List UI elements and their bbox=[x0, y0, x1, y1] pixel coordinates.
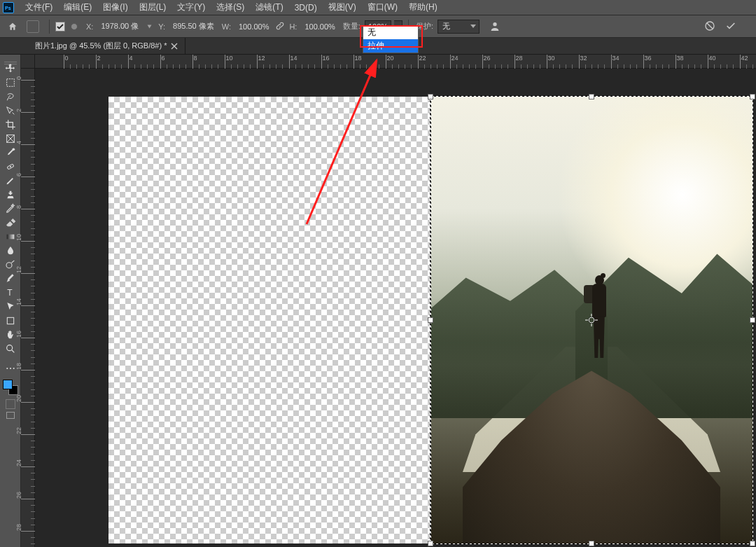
canvas-area: 0246810121416182022242628303234363840424… bbox=[21, 55, 756, 547]
home-icon[interactable] bbox=[6, 20, 20, 34]
protect-selected: 无 bbox=[442, 21, 450, 32]
svg-text:Ps: Ps bbox=[5, 6, 11, 11]
x-label: X: bbox=[86, 22, 93, 31]
menu-image[interactable]: 图像(I) bbox=[97, 1, 133, 13]
selection-edge bbox=[430, 97, 431, 543]
menu-select[interactable]: 选择(S) bbox=[211, 1, 250, 13]
w-label: W: bbox=[222, 22, 231, 31]
protect-dropdown[interactable]: 无 bbox=[438, 20, 479, 34]
menu-window[interactable]: 窗口(W) bbox=[362, 1, 403, 13]
foreground-color-swatch[interactable] bbox=[3, 380, 13, 389]
ruler-origin[interactable] bbox=[21, 55, 35, 69]
eraser-tool-icon[interactable] bbox=[1, 216, 20, 230]
reference-point-checkbox[interactable] bbox=[55, 22, 65, 32]
toolbox-grip-icon[interactable] bbox=[4, 56, 17, 60]
svg-point-1 bbox=[493, 22, 496, 26]
ruler-horizontal[interactable]: 0246810121416182022242628303234363840424… bbox=[35, 55, 756, 69]
menu-bar: Ps 文件(F) 编辑(E) 图像(I) 图层(L) 文字(Y) 选择(S) 滤… bbox=[0, 0, 756, 15]
y-label: Y: bbox=[158, 22, 165, 31]
pen-tool-icon[interactable] bbox=[1, 272, 20, 286]
menu-view[interactable]: 视图(V) bbox=[323, 1, 362, 13]
x-value[interactable]: 1978.00 像 bbox=[97, 20, 142, 33]
app-logo-icon: Ps bbox=[3, 2, 14, 13]
commit-transform-icon[interactable] bbox=[725, 20, 736, 33]
healing-tool-icon[interactable] bbox=[1, 160, 20, 174]
svg-point-16 bbox=[13, 368, 14, 369]
y-value[interactable]: 895.50 像素 bbox=[169, 20, 218, 33]
menu-3d[interactable]: 3D(D) bbox=[289, 3, 323, 13]
amount-label: 数量: bbox=[343, 21, 360, 32]
eyedropper-tool-icon[interactable] bbox=[1, 146, 20, 160]
cancel-transform-icon[interactable] bbox=[704, 20, 715, 33]
protect-dropdown-list[interactable]: 无 拉伸 bbox=[363, 25, 419, 53]
link-icon[interactable] bbox=[275, 21, 285, 32]
shape-tool-icon[interactable] bbox=[1, 314, 20, 328]
photoshop-window: Ps 文件(F) 编辑(E) 图像(I) 图层(L) 文字(Y) 选择(S) 滤… bbox=[0, 0, 756, 547]
screen-mode-icon[interactable] bbox=[6, 412, 15, 419]
standard-mode-icon[interactable] bbox=[6, 399, 15, 409]
y-delta-icon bbox=[148, 25, 152, 28]
svg-point-13 bbox=[6, 345, 12, 351]
menu-filter[interactable]: 滤镜(T) bbox=[250, 1, 288, 13]
crop-tool-icon[interactable] bbox=[1, 118, 20, 132]
photo-subject-person bbox=[585, 275, 613, 363]
h-value[interactable]: 100.00% bbox=[301, 20, 338, 33]
history-brush-tool-icon[interactable] bbox=[1, 202, 20, 216]
menu-help[interactable]: 帮助(H) bbox=[403, 1, 443, 13]
arrange-icon[interactable] bbox=[27, 20, 39, 33]
svg-point-10 bbox=[6, 263, 12, 268]
clone-stamp-tool-icon[interactable] bbox=[1, 188, 20, 202]
menu-layer[interactable]: 图层(L) bbox=[134, 1, 172, 13]
menu-file[interactable]: 文件(F) bbox=[20, 1, 58, 13]
move-tool-icon[interactable] bbox=[1, 62, 20, 76]
workspace: T 02468101214161820222426283032343638404… bbox=[0, 55, 756, 547]
zoom-tool-icon[interactable] bbox=[1, 342, 20, 356]
svg-point-15 bbox=[9, 368, 10, 369]
photo-region bbox=[430, 97, 752, 543]
person-icon[interactable] bbox=[489, 21, 500, 32]
document-tab[interactable]: 图片1.jpg @ 45.5% (图层 0, RGB/8#) * bbox=[28, 37, 186, 54]
chevron-down-icon bbox=[470, 25, 476, 28]
color-swatches[interactable] bbox=[3, 380, 18, 395]
h-label: H: bbox=[289, 22, 297, 31]
canvas-stage[interactable] bbox=[35, 69, 756, 547]
svg-rect-12 bbox=[7, 317, 13, 324]
menu-edit[interactable]: 编辑(E) bbox=[58, 1, 97, 13]
w-value[interactable]: 100.00% bbox=[235, 20, 272, 33]
document-tab-title: 图片1.jpg @ 45.5% (图层 0, RGB/8#) * bbox=[35, 41, 167, 51]
lasso-tool-icon[interactable] bbox=[1, 90, 20, 104]
protect-option-stretch[interactable]: 拉伸 bbox=[363, 39, 418, 53]
close-tab-icon[interactable] bbox=[171, 43, 178, 50]
svg-text:T: T bbox=[7, 288, 13, 298]
blur-tool-icon[interactable] bbox=[1, 244, 20, 258]
svg-rect-6 bbox=[6, 79, 14, 87]
menu-type[interactable]: 文字(Y) bbox=[172, 1, 211, 13]
protect-option-none[interactable]: 无 bbox=[363, 26, 418, 39]
reference-point-icon[interactable] bbox=[71, 23, 78, 30]
ruler-vertical[interactable]: 024681012141618202224262830 bbox=[21, 69, 35, 547]
commit-cancel-group bbox=[704, 20, 750, 33]
svg-point-14 bbox=[6, 368, 8, 369]
svg-rect-9 bbox=[6, 235, 14, 240]
svg-line-3 bbox=[707, 23, 713, 29]
transparent-region bbox=[108, 97, 430, 543]
